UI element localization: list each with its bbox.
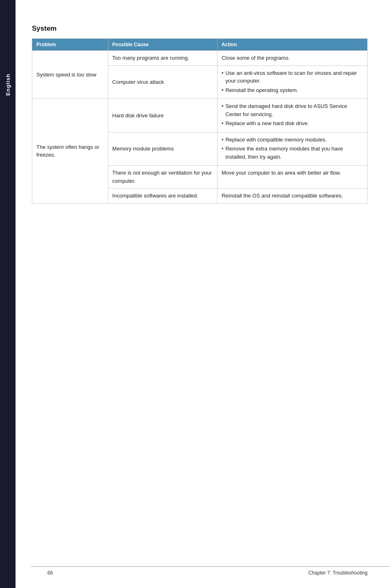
bullet-list: Send the damaged hard disk drive to ASUS… xyxy=(222,102,363,128)
list-item: Reinstall the operating system. xyxy=(222,86,363,94)
action-cell-2a: Send the damaged hard disk drive to ASUS… xyxy=(217,99,367,132)
list-item: Replace with a new hard disk drive. xyxy=(222,119,363,128)
sidebar-label: English xyxy=(5,74,11,96)
problem-cell-2: The system often hangs or freezes. xyxy=(32,99,108,204)
trouble-table: Problem Possible Cause Action System spe… xyxy=(32,38,368,204)
header-action: Action xyxy=(217,39,367,51)
list-item: Remove the extra memory modules that you… xyxy=(222,145,363,161)
action-cell-2c: Move your computer to an area with bette… xyxy=(217,166,367,189)
section-title: System xyxy=(32,25,368,33)
action-cell-2d: Reinstall the OS and reinstall compatibl… xyxy=(217,189,367,204)
footer-page-number: 66 xyxy=(47,570,53,576)
page-container: English System Problem Possible Cause Ac… xyxy=(0,0,390,588)
list-item: Send the damaged hard disk drive to ASUS… xyxy=(222,102,363,118)
table-row: The system often hangs or freezes. Hard … xyxy=(32,99,368,132)
problem-cell-1: System speed is too slow xyxy=(32,51,108,99)
bullet-list: Replace with compatible memory modules. … xyxy=(222,136,363,161)
list-item: Replace with compatible memory modules. xyxy=(222,136,363,144)
page-footer: 66 Chapter 7: Troubleshooting xyxy=(31,566,390,576)
action-cell-1b: Use an anti-virus software to scan for v… xyxy=(217,65,367,99)
cause-cell-2d: Incompatible softwares are installed. xyxy=(108,189,217,204)
cause-cell-1b: Computer virus attack xyxy=(108,65,217,99)
main-content: System Problem Possible Cause Action Sys… xyxy=(16,0,390,588)
action-cell-1a: Close some of the programs. xyxy=(217,51,367,66)
table-header-row: Problem Possible Cause Action xyxy=(32,39,368,51)
cause-cell-2b: Memory module problems xyxy=(108,132,217,166)
footer-chapter: Chapter 7: Troubleshooting xyxy=(308,570,368,576)
table-row: System speed is too slow Too many progra… xyxy=(32,51,368,66)
action-cell-2b: Replace with compatible memory modules. … xyxy=(217,132,367,166)
cause-cell-2c: There is not enough air ventilation for … xyxy=(108,166,217,189)
header-problem: Problem xyxy=(32,39,108,51)
sidebar: English xyxy=(0,0,16,588)
list-item: Use an anti-virus software to scan for v… xyxy=(222,69,363,85)
bullet-list: Use an anti-virus software to scan for v… xyxy=(222,69,363,94)
cause-cell-2a: Hard disk drive failure xyxy=(108,99,217,132)
cause-cell-1a: Too many programs are running. xyxy=(108,51,217,66)
header-cause: Possible Cause xyxy=(108,39,217,51)
